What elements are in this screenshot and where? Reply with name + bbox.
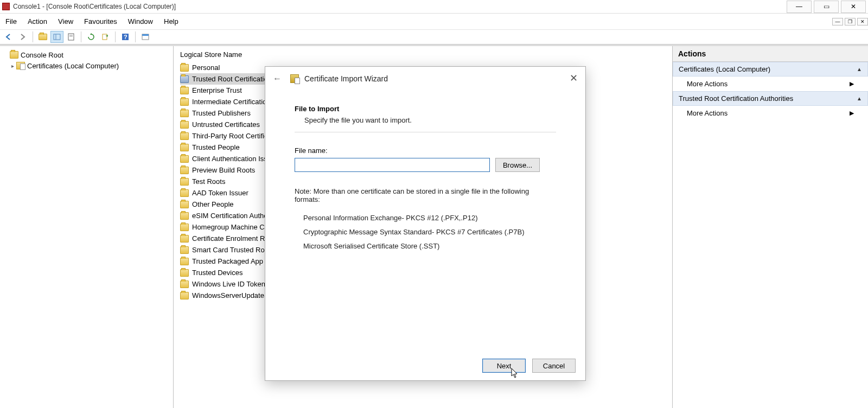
actions-group-trusted-root[interactable]: Trusted Root Certification Authorities ▲: [673, 91, 868, 106]
mmc-app-icon: [2, 3, 10, 10]
cancel-button[interactable]: Cancel: [532, 359, 576, 373]
folder-icon: [10, 51, 18, 59]
store-label: Smart Card Trusted Roots: [192, 246, 274, 254]
svg-rect-2: [68, 34, 74, 40]
tree-child-label: Certificates (Local Computer): [27, 62, 119, 70]
wizard-back-button[interactable]: ←: [273, 74, 282, 84]
certificates-icon: [16, 62, 25, 69]
mdi-close-button[interactable]: ✕: [857, 18, 868, 25]
dialog-close-button[interactable]: ✕: [570, 72, 578, 84]
store-label: Personal: [192, 63, 220, 72]
folder-icon: [180, 246, 189, 254]
refresh-button[interactable]: [85, 31, 98, 43]
svg-text:?: ?: [124, 34, 127, 40]
store-label: Enterprise Trust: [192, 86, 242, 94]
window-close-button[interactable]: ✕: [841, 1, 866, 13]
folder-icon: [180, 110, 189, 117]
folder-icon: [180, 155, 189, 163]
window-titlebar: Console1 - [Console Root\Certificates (L…: [0, 0, 868, 14]
up-button[interactable]: [36, 31, 49, 43]
folder-icon: [180, 98, 189, 106]
file-name-label: File name:: [295, 146, 556, 155]
format-item: Personal Information Exchange- PKCS #12 …: [303, 211, 556, 225]
menu-view[interactable]: View: [53, 17, 79, 25]
collapse-caret-icon: ▲: [857, 66, 862, 72]
mdi-restore-button[interactable]: ❐: [845, 18, 856, 25]
toolbar-separator: [115, 31, 116, 42]
menu-file[interactable]: File: [0, 17, 22, 25]
more-actions-label: More Actions: [687, 109, 727, 117]
folder-icon: [180, 235, 189, 243]
menu-bar: File Action View Favourites Window Help …: [0, 14, 868, 30]
store-label: Test Roots: [192, 177, 225, 186]
mdi-minimize-button[interactable]: —: [832, 18, 843, 25]
store-label: AAD Token Issuer: [192, 189, 248, 197]
help-button[interactable]: ?: [119, 31, 132, 43]
menu-help[interactable]: Help: [158, 17, 184, 25]
window-minimize-button[interactable]: —: [787, 1, 812, 13]
menu-favourites[interactable]: Favourites: [79, 17, 123, 25]
folder-icon: [180, 132, 189, 140]
actions-group-certificates[interactable]: Certificates (Local Computer) ▲: [673, 62, 868, 76]
folder-icon: [180, 224, 189, 231]
tree-pane: Console Root ▸ Certificates (Local Compu…: [0, 46, 174, 408]
format-item: Microsoft Serialised Certificate Store (…: [303, 239, 556, 253]
folder-icon: [180, 75, 189, 83]
actions-group-title: Trusted Root Certification Authorities: [679, 94, 793, 103]
new-window-button[interactable]: [139, 31, 152, 43]
folder-icon: [180, 280, 189, 288]
certificate-import-wizard-dialog: ← Certificate Import Wizard ✕ File to Im…: [265, 66, 586, 381]
certificate-wizard-icon: [290, 74, 299, 83]
export-button[interactable]: [99, 31, 112, 43]
folder-icon: [180, 64, 189, 72]
toolbar-separator: [81, 31, 81, 42]
actions-group-title: Certificates (Local Computer): [679, 65, 770, 73]
column-header-logical-store[interactable]: Logical Store Name: [180, 50, 439, 62]
submenu-arrow-icon: ▶: [850, 110, 854, 117]
store-label: Preview Build Roots: [192, 166, 255, 174]
tree-root[interactable]: Console Root: [2, 49, 171, 60]
folder-icon: [180, 269, 189, 277]
actions-header: Actions: [673, 46, 868, 62]
tree-certificates-node[interactable]: ▸ Certificates (Local Computer): [2, 60, 171, 71]
section-subtitle: Specify the file you want to import.: [295, 116, 556, 124]
more-actions-label: More Actions: [687, 80, 727, 88]
menu-window[interactable]: Window: [123, 17, 158, 25]
folder-icon: [180, 121, 189, 129]
toolbar: ?: [0, 30, 868, 44]
nav-back-button[interactable]: [2, 31, 15, 43]
submenu-arrow-icon: ▶: [850, 80, 854, 87]
window-maximize-button[interactable]: ▭: [814, 1, 839, 13]
show-tree-button[interactable]: [50, 31, 63, 43]
tree-root-label: Console Root: [21, 51, 63, 59]
window-title: Console1 - [Console Root\Certificates (L…: [13, 3, 787, 10]
more-actions-item[interactable]: More Actions ▶: [673, 106, 868, 120]
store-label: Trusted Devices: [192, 269, 242, 277]
properties-button[interactable]: [65, 31, 78, 43]
store-label: Other People: [192, 200, 234, 208]
format-list: Personal Information Exchange- PKCS #12 …: [295, 211, 556, 253]
folder-icon: [180, 144, 189, 151]
svg-rect-9: [142, 34, 149, 36]
menu-action[interactable]: Action: [22, 17, 53, 25]
folder-icon: [180, 258, 189, 265]
store-label: Untrusted Certificates: [192, 120, 260, 129]
folder-icon: [180, 201, 189, 208]
format-item: Cryptographic Message Syntax Standard- P…: [303, 225, 556, 239]
more-actions-item[interactable]: More Actions ▶: [673, 76, 868, 91]
file-name-input[interactable]: [295, 158, 490, 172]
folder-icon: [180, 167, 189, 174]
folder-icon: [180, 178, 189, 186]
actions-pane: Actions Certificates (Local Computer) ▲ …: [673, 46, 868, 408]
separator: [295, 132, 556, 132]
expand-caret-icon[interactable]: ▸: [9, 63, 16, 69]
folder-icon: [180, 292, 189, 299]
nav-forward-button[interactable]: [16, 31, 29, 43]
next-button[interactable]: Next: [482, 359, 526, 373]
folder-icon: [180, 189, 189, 197]
section-title: File to Import: [295, 105, 556, 113]
toolbar-separator: [135, 31, 136, 42]
browse-button[interactable]: Browse...: [495, 158, 540, 172]
collapse-caret-icon: ▲: [857, 95, 862, 101]
note-text: Note: More than one certificate can be s…: [295, 187, 556, 203]
